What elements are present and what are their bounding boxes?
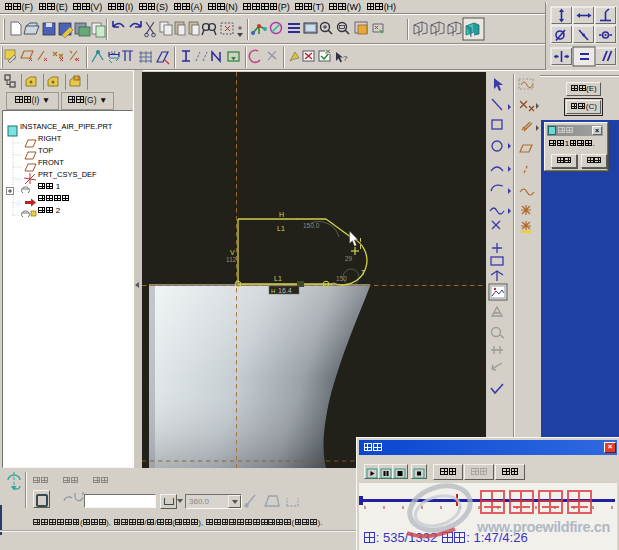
svg-text:16.4: 16.4 [278,287,292,294]
svg-text:L1: L1 [274,275,282,282]
svg-text:T: T [361,269,366,276]
svg-text:?: ? [343,54,348,63]
svg-text:H: H [271,288,275,294]
svg-text:112: 112 [226,256,237,263]
svg-text:29: 29 [345,255,353,262]
svg-text:L1: L1 [277,225,285,232]
svg-text:H: H [279,211,284,218]
svg-text:V: V [230,249,235,256]
svg-text:150: 150 [336,275,347,282]
svg-text:150.0: 150.0 [303,222,320,229]
svg-text:H: H [111,50,115,56]
